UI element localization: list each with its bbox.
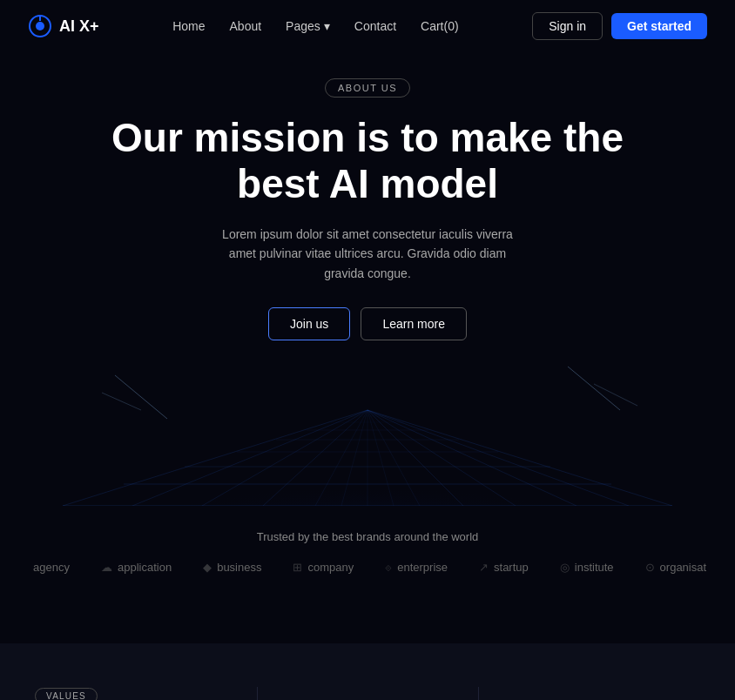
- enterprise-icon: ⟐: [385, 561, 392, 574]
- hero-join-button[interactable]: Join us: [268, 307, 350, 340]
- hero-learn-button[interactable]: Learn more: [361, 307, 467, 340]
- nav-cart[interactable]: Cart(0): [421, 19, 459, 33]
- hero-buttons: Join us Learn more: [17, 307, 718, 340]
- about-badge: About Us: [325, 78, 410, 98]
- svg-line-28: [102, 393, 141, 410]
- trusted-title: Trusted by the best brands around the wo…: [28, 530, 707, 543]
- brands-row: ◈ agency ☁ application ◆ business ⊞ comp…: [28, 561, 707, 574]
- brand-business: ◆ business: [187, 561, 277, 574]
- trusted-section: Trusted by the best brands around the wo…: [0, 506, 735, 591]
- svg-point-1: [36, 22, 44, 30]
- logo-text: AI X+: [59, 17, 99, 36]
- logo[interactable]: AI X+: [28, 14, 99, 38]
- values-section: Values The values that drive everything …: [0, 643, 735, 700]
- business-icon: ◆: [203, 561, 212, 574]
- hero-visual: [17, 332, 718, 506]
- brand-agency: ◈ agency: [28, 561, 85, 574]
- nav-actions: Sign in Get started: [532, 12, 707, 40]
- startup-icon: ↗: [479, 561, 489, 574]
- nav-home[interactable]: Home: [172, 19, 205, 33]
- nav-links: Home About Pages ▾ Contact Cart(0): [172, 19, 458, 33]
- value-card-innovation: 💡 Innovation Lorem ipsum dolor sit amet …: [258, 687, 479, 700]
- organisation-icon: ⊙: [645, 561, 655, 574]
- brand-startup: ↗ startup: [463, 561, 544, 574]
- hero-subtitle: Lorem ipsum dolor sit amet consectetur i…: [219, 225, 516, 283]
- logo-icon: [28, 14, 52, 38]
- brand-application: ☁ application: [85, 561, 187, 574]
- values-badge: Values: [35, 688, 98, 700]
- company-icon: ⊞: [293, 561, 302, 574]
- brand-institute: ◎ institute: [544, 561, 630, 574]
- application-icon: ☁: [101, 561, 112, 574]
- nav-contact[interactable]: Contact: [354, 19, 396, 33]
- values-left: Values The values that drive everything …: [35, 687, 257, 700]
- institute-icon: ◎: [560, 561, 570, 574]
- hero-grid-svg: [63, 332, 672, 506]
- brand-enterprise: ⟐ enterprise: [369, 561, 463, 574]
- svg-line-29: [568, 367, 620, 410]
- hero-section: About Us Our mission is to make the best…: [0, 52, 735, 506]
- chevron-down-icon: ▾: [324, 19, 330, 33]
- svg-line-30: [594, 384, 637, 406]
- hero-title: Our mission is to make the best AI model: [17, 115, 718, 207]
- signin-button[interactable]: Sign in: [532, 12, 603, 40]
- nav-about[interactable]: About: [230, 19, 262, 33]
- nav-pages[interactable]: Pages ▾: [286, 19, 330, 33]
- values-cards: 💡 Innovation Lorem ipsum dolor sit amet …: [257, 687, 700, 700]
- brand-organisation: ⊙ organisat...: [630, 561, 707, 574]
- brand-company: ⊞ company: [277, 561, 369, 574]
- value-card-ownership: 🚩 Ownership Lorem ipsum dolor sit amet c…: [479, 687, 700, 700]
- navbar: AI X+ Home About Pages ▾ Contact Cart(0)…: [0, 0, 735, 52]
- svg-line-27: [115, 375, 167, 419]
- getstarted-button[interactable]: Get started: [611, 13, 707, 39]
